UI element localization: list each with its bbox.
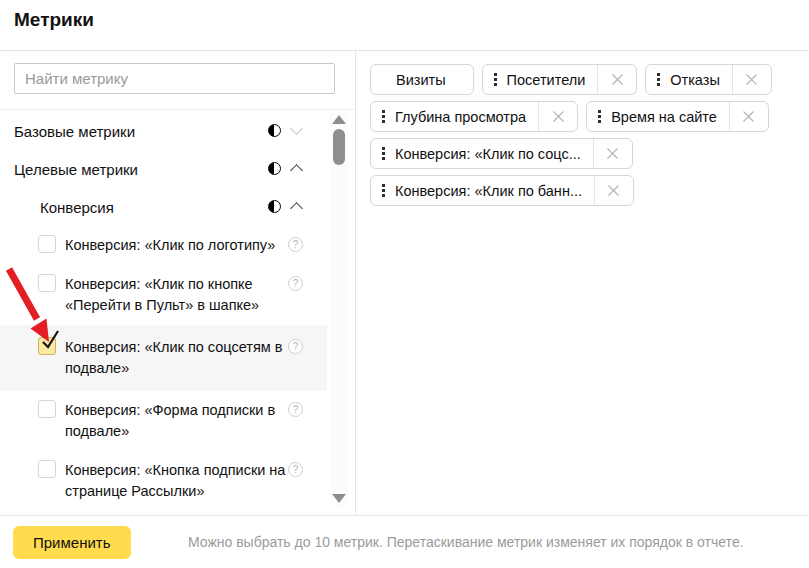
metrics-tree: Базовые метрики Целевые метрики Конверси…: [0, 112, 327, 511]
metric-option-logo-click[interactable]: Конверсия: «Клик по логотипу» ?: [0, 226, 327, 265]
tree-section-conversion[interactable]: Конверсия: [0, 188, 327, 226]
divider: [0, 109, 356, 110]
remove-chip-button[interactable]: [594, 176, 633, 205]
section-label: Целевые метрики: [14, 161, 138, 178]
chevron-down-icon[interactable]: [290, 122, 303, 135]
search-input[interactable]: [14, 63, 335, 94]
help-icon[interactable]: ?: [288, 402, 303, 417]
help-icon[interactable]: ?: [288, 462, 303, 477]
metric-chip-visits: Визиты: [370, 64, 474, 95]
metric-chip-page-depth[interactable]: Глубина просмотра: [370, 101, 578, 132]
tree-section-basic-metrics[interactable]: Базовые метрики: [0, 112, 327, 150]
remove-chip-button[interactable]: [597, 65, 636, 94]
apply-button[interactable]: Применить: [13, 526, 131, 559]
metric-option-label: Конверсия: «Клик по кнопке «Перейти в Пу…: [65, 274, 287, 316]
chip-label: Посетители: [507, 72, 586, 88]
remove-chip-button[interactable]: [593, 139, 632, 168]
drag-handle-icon[interactable]: [382, 110, 385, 123]
dialog-footer: Применить Можно выбрать до 10 метрик. Пе…: [0, 515, 809, 568]
close-icon: [607, 184, 620, 197]
metric-chip-time-on-site[interactable]: Время на сайте: [586, 101, 769, 132]
metric-option-label: Конверсия: «Кнопка подписки на странице …: [65, 460, 287, 502]
checkbox-checked[interactable]: [38, 337, 56, 355]
close-icon: [552, 110, 565, 123]
half-select-icon[interactable]: [268, 162, 281, 175]
chip-label: Отказы: [670, 72, 720, 88]
drag-handle-icon[interactable]: [382, 184, 385, 197]
metric-option-label: Конверсия: «Клик по соцсетям в подвале»: [65, 337, 287, 379]
close-icon: [745, 73, 758, 86]
footer-hint: Можно выбрать до 10 метрик. Перетаскиван…: [131, 534, 809, 550]
section-label: Конверсия: [40, 199, 114, 216]
remove-chip-button[interactable]: [538, 102, 577, 131]
chip-label: Глубина просмотра: [395, 109, 526, 125]
scroll-up-arrow-icon[interactable]: [332, 115, 346, 124]
remove-chip-button[interactable]: [729, 102, 768, 131]
checkbox[interactable]: [38, 235, 56, 253]
drag-handle-icon[interactable]: [382, 147, 385, 160]
half-select-icon[interactable]: [268, 124, 281, 137]
chevron-up-icon[interactable]: [290, 202, 303, 215]
checkbox[interactable]: [38, 274, 56, 292]
drag-handle-icon[interactable]: [598, 110, 601, 123]
close-icon: [606, 147, 619, 160]
metric-chip-bounces[interactable]: Отказы: [645, 64, 772, 95]
drag-handle-icon[interactable]: [494, 73, 497, 86]
metric-option-label: Конверсия: «Клик по логотипу»: [65, 235, 287, 256]
chip-label: Конверсия: «Клик по банн...: [395, 183, 582, 199]
chip-label: Визиты: [381, 72, 461, 88]
scrollbar[interactable]: [330, 112, 348, 506]
metric-option-newsletter-subscribe-button[interactable]: Конверсия: «Кнопка подписки на странице …: [0, 451, 327, 511]
close-icon: [742, 110, 755, 123]
metric-option-label: Конверсия: «Форма подписки в подвале»: [65, 400, 287, 442]
metric-option-footer-social-click[interactable]: Конверсия: «Клик по соцсетям в подвале» …: [0, 325, 327, 391]
help-icon[interactable]: ?: [288, 276, 303, 291]
tree-section-goal-metrics[interactable]: Целевые метрики: [0, 150, 327, 188]
metric-option-footer-subscribe-form[interactable]: Конверсия: «Форма подписки в подвале» ?: [0, 391, 327, 451]
metric-option-header-button-click[interactable]: Конверсия: «Клик по кнопке «Перейти в Пу…: [0, 265, 327, 325]
scroll-down-arrow-icon[interactable]: [332, 494, 346, 503]
metric-chip-conversion-social[interactable]: Конверсия: «Клик по соцс...: [370, 138, 633, 169]
help-icon[interactable]: ?: [288, 237, 303, 252]
selected-metrics-area: Визиты Посетители Отказы Глубина просмот…: [357, 51, 809, 515]
metrics-picker-dialog: Метрики Базовые метрики Целевые метрики …: [0, 0, 809, 568]
half-select-icon[interactable]: [268, 200, 281, 213]
help-icon[interactable]: ?: [288, 339, 303, 354]
checkbox[interactable]: [38, 460, 56, 478]
checkbox[interactable]: [38, 400, 56, 418]
drag-handle-icon[interactable]: [657, 73, 660, 86]
metrics-tree-panel: Базовые метрики Целевые метрики Конверси…: [0, 51, 356, 515]
chip-label: Конверсия: «Клик по соцс...: [395, 146, 581, 162]
section-label: Базовые метрики: [14, 123, 135, 140]
page-title: Метрики: [14, 9, 94, 31]
scrollbar-thumb[interactable]: [333, 129, 345, 165]
metric-chip-conversion-banner[interactable]: Конверсия: «Клик по банн...: [370, 175, 634, 206]
close-icon: [611, 73, 624, 86]
remove-chip-button[interactable]: [732, 65, 771, 94]
chevron-up-icon[interactable]: [290, 164, 303, 177]
chip-label: Время на сайте: [611, 109, 717, 125]
metric-chip-visitors[interactable]: Посетители: [482, 64, 638, 95]
checkmark-icon: [40, 331, 60, 351]
